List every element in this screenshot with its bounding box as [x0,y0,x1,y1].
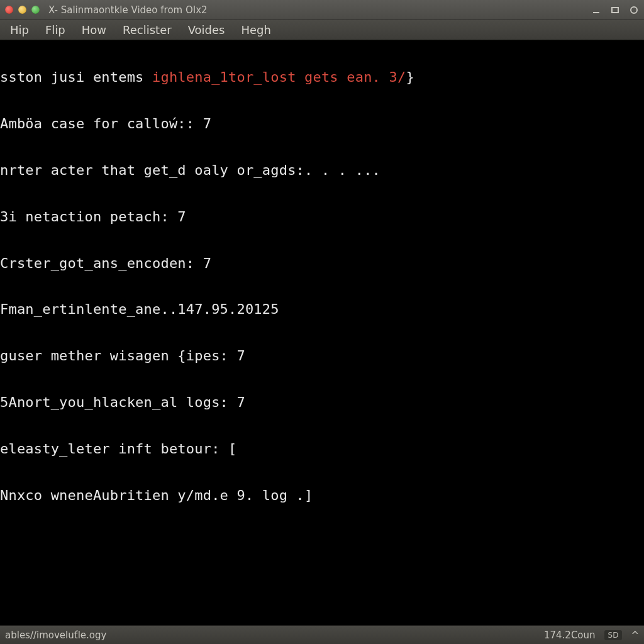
window-traffic-lights [5,6,40,14]
status-caret-icon: ^ [631,630,639,641]
menu-reclister[interactable]: Reclister [115,21,179,39]
menu-voides[interactable]: Voides [180,21,233,39]
window-title: X- Salinmaontkle Video from OIx2 [48,4,208,16]
terminal-line: guser mether wisagen {ipes: 7 [0,345,643,368]
menu-hegh[interactable]: Hegh [233,21,278,39]
svg-rect-1 [612,8,618,13]
menu-flip[interactable]: Flip [38,21,73,39]
menu-hip[interactable]: Hip [3,21,36,39]
minimize-icon[interactable] [591,5,601,15]
terminal-line: eleasty_leter inft betour: [ [0,438,643,461]
terminal-line: 3i netaction petach: 7 [0,206,643,229]
terminal-line: nrter acter that get_d oaly or_agds:. . … [0,159,643,182]
terminal-line: Fman_ertinlente_ane..147.95.20125 [0,298,643,321]
restore-icon[interactable] [610,5,620,15]
svg-point-2 [631,7,637,13]
menu-how[interactable]: How [74,21,114,39]
close-window-button[interactable] [5,6,13,14]
terminal-line: 5Anort_you_hlacken_al logs: 7 [0,391,643,414]
status-chip: SD [604,630,623,640]
minimize-window-button[interactable] [18,6,26,14]
window-controls-right [591,5,639,15]
terminal-output[interactable]: sston jusi entems ighlena_1tor_lost gets… [0,40,644,625]
terminal-line: sston jusi entems ighlena_1tor_lost gets… [0,66,643,89]
expand-icon[interactable] [629,5,639,15]
titlebar: X- Salinmaontkle Video from OIx2 [0,0,644,20]
status-counter: 174.2Coun [544,630,596,641]
status-right-group: 174.2Coun SD ^ [544,630,639,641]
terminal-line: Amböa case for calloẃ:: 7 [0,113,643,136]
highlighted-text: ighlena_1tor_lost gets ean. 3/ [152,69,406,85]
maximize-window-button[interactable] [31,6,40,14]
terminal-line: Nnxco wneneAubritien y/md.e 9. log .] [0,484,643,508]
status-path: ables//imoveluťle.ogy [5,630,106,641]
statusbar: ables//imoveluťle.ogy 174.2Coun SD ^ [0,625,644,644]
menubar: Hip Flip How Reclister Voides Hegh [0,20,644,40]
terminal-line: Crster_got_ans_encoden: 7 [0,252,643,275]
